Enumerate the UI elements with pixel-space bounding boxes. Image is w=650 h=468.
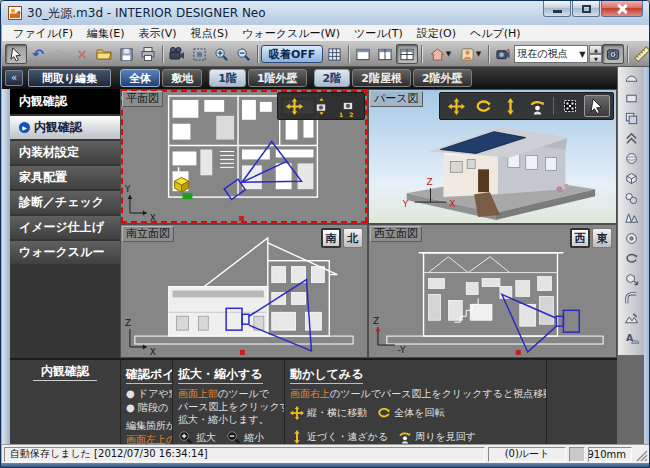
direction-south-button[interactable]: 南 <box>321 228 341 248</box>
select-tool-button[interactable] <box>5 44 27 64</box>
svg-text:Y: Y <box>124 184 131 194</box>
menu-edit[interactable]: 編集(E) <box>80 26 132 41</box>
grid-toggle-button[interactable] <box>323 44 345 64</box>
look-around-person-icon <box>529 98 546 115</box>
menu-viewpoint[interactable]: 視点(S) <box>184 26 236 41</box>
extrude-tool-button[interactable] <box>621 129 642 148</box>
viewpoint-combo[interactable]: 現在の視点 ▼ <box>514 45 588 63</box>
open-button[interactable] <box>93 44 115 64</box>
status-indicator-box <box>569 447 585 462</box>
torus-tool-button[interactable] <box>621 229 642 248</box>
close-button[interactable] <box>601 1 643 17</box>
floorplan-edit-button[interactable]: 間取り編集 <box>28 69 111 87</box>
spin-down-button[interactable]: ▼ <box>589 54 602 63</box>
layout-split-button[interactable] <box>374 44 396 64</box>
zoom-out-button[interactable] <box>232 44 254 64</box>
camera-switch-button[interactable]: 1 2 <box>335 95 361 117</box>
fit-all-button[interactable] <box>557 95 583 117</box>
sidebar-item-interior-check[interactable]: ▶ 内観確認 <box>10 116 120 139</box>
look-around-button[interactable] <box>524 95 550 117</box>
tab-floor2-walls[interactable]: 2階外壁 <box>413 69 472 87</box>
cone-tool-button[interactable] <box>621 209 642 228</box>
fit-view-button[interactable] <box>188 44 210 64</box>
terrain-tool-button[interactable] <box>621 309 642 328</box>
layout-single-button[interactable] <box>352 44 374 64</box>
toolbar: ↶ ↷ × <box>2 42 650 67</box>
undo-button[interactable]: ↶ <box>27 44 49 64</box>
primitive-tool-column: A <box>617 67 644 355</box>
snap-toggle-button[interactable]: 吸着OFF <box>261 45 323 63</box>
sidebar-item-walkthrough[interactable]: ウォークスルー <box>10 241 120 264</box>
menu-file[interactable]: ファイル(F) <box>6 26 80 41</box>
toolbar-separator <box>627 45 628 63</box>
zoom-in-button[interactable] <box>210 44 232 64</box>
rotate-object-tool-button[interactable] <box>621 249 642 268</box>
tab-whole[interactable]: 全体 <box>120 69 160 87</box>
lathe-tool-button[interactable] <box>621 189 642 208</box>
viewpoint-camera-button[interactable] <box>492 44 514 64</box>
duplicate-tool-button[interactable] <box>621 109 642 128</box>
sidebar-item-diagnosis[interactable]: 診断／チェック <box>10 191 120 214</box>
measure-button[interactable] <box>631 44 650 64</box>
collapse-panel-button[interactable]: « <box>5 70 23 86</box>
sphere-tool-button[interactable] <box>621 149 642 168</box>
pan-tool-button[interactable] <box>281 95 307 117</box>
plan-view-label: 平面図 <box>122 91 163 107</box>
dome-tool-button[interactable] <box>621 69 642 88</box>
pan-view-button[interactable] <box>443 95 469 117</box>
tab-floor2[interactable]: 2階 <box>314 69 351 87</box>
fit-screen-icon <box>562 98 578 114</box>
camera-move-button[interactable] <box>308 95 334 117</box>
tab-floor2-roof[interactable]: 2階屋根 <box>352 69 411 87</box>
toolbar-separator <box>348 45 349 63</box>
sidebar-item-materials[interactable]: 内装材設定 <box>10 141 120 164</box>
viewport-plan[interactable]: Y X 平面図 <box>120 89 368 224</box>
move-3d-tool-button[interactable] <box>621 269 642 288</box>
cube-tool-button[interactable] <box>621 169 642 188</box>
tab-floor1-walls[interactable]: 1階外壁 <box>248 69 307 87</box>
tab-floor1[interactable]: 1階 <box>209 69 246 87</box>
pipe-tool-button[interactable] <box>621 289 642 308</box>
redo-button[interactable]: ↷ <box>49 44 71 64</box>
direction-west-button[interactable]: 西 <box>570 228 590 248</box>
maximize-button[interactable] <box>572 1 600 17</box>
text-label-tool-button[interactable]: A <box>621 329 642 348</box>
layout-quad-button[interactable] <box>396 44 418 64</box>
sidebar-item-image-finish[interactable]: イメージ仕上げ <box>10 216 120 239</box>
menu-walkthrough[interactable]: ウォークスルー(W) <box>235 26 347 41</box>
help-col2-line: パース図上をクリックすると <box>178 400 279 413</box>
west-elevation-label: 西立面図 <box>370 226 422 242</box>
menu-settings[interactable]: 設定(O) <box>410 26 463 41</box>
resize-grip[interactable] <box>635 449 648 462</box>
zoom-in-dark-icon <box>178 430 193 444</box>
perspective-view-label: パース図 <box>370 91 423 107</box>
direction-north-button[interactable]: 北 <box>343 228 363 248</box>
spin-up-button[interactable]: ▲ <box>589 45 602 54</box>
direction-east-button[interactable]: 東 <box>592 228 612 248</box>
zoom-out-dark-icon <box>226 430 241 444</box>
up-down-arrow-icon <box>502 98 519 115</box>
walkthrough-movie-button[interactable] <box>166 44 188 64</box>
help-col3-highlight: 画面右上 <box>290 388 330 399</box>
viewport-perspective[interactable]: Z Y X パース図 <box>368 89 617 224</box>
person-view-dropdown[interactable]: ▼ <box>455 44 485 64</box>
svg-text:Z: Z <box>373 316 379 326</box>
tab-site[interactable]: 敷地 <box>162 69 202 87</box>
dolly-view-button[interactable] <box>497 95 523 117</box>
print-button[interactable] <box>137 44 159 64</box>
sidebar-item-furniture[interactable]: 家具配置 <box>10 166 120 189</box>
viewport-west-elevation[interactable]: Z -Y 西立面図 西 東 <box>368 224 617 358</box>
menu-help[interactable]: ヘルプ(H) <box>463 26 528 41</box>
select-view-tool-button[interactable] <box>584 95 610 117</box>
save-button[interactable] <box>115 44 137 64</box>
orbit-view-button[interactable] <box>470 95 496 117</box>
delete-button[interactable]: × <box>71 44 93 64</box>
menu-tools[interactable]: ツール(T) <box>347 26 410 41</box>
menu-view[interactable]: 表示(V) <box>132 26 184 41</box>
house-view-dropdown[interactable]: ▼ <box>425 44 455 64</box>
minimize-button[interactable] <box>543 1 571 17</box>
box-tool-button[interactable] <box>621 89 642 108</box>
view-register-button[interactable] <box>602 44 624 64</box>
move-icon <box>290 406 304 420</box>
viewport-south-elevation[interactable]: Z X 南立面図 南 北 <box>120 224 368 358</box>
